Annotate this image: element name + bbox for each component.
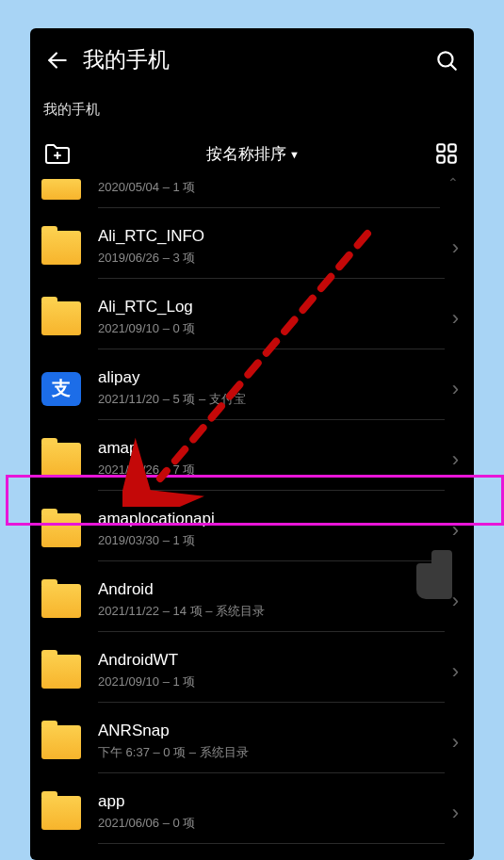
folder-icon bbox=[41, 655, 81, 689]
alipay-icon: 支 bbox=[41, 372, 81, 406]
folder-name: alipay bbox=[98, 368, 445, 387]
phone-screen: 我的手机 我的手机 按名称排序▼ 2020/05/04 – 1 项 ⌃ bbox=[30, 28, 474, 860]
list-item[interactable]: Ali_RTC_INFO 2019/06/26 – 3 项 › bbox=[30, 212, 474, 283]
folder-list: 2020/05/04 – 1 项 ⌃ Ali_RTC_INFO 2019/06/… bbox=[30, 175, 474, 860]
folder-icon bbox=[41, 301, 81, 335]
chevron-right-icon: › bbox=[452, 235, 459, 260]
chevron-right-icon: › bbox=[452, 589, 459, 613]
chevron-right-icon: › bbox=[452, 801, 459, 825]
folder-icon bbox=[41, 443, 81, 477]
list-item[interactable]: app 2021/06/06 – 0 项 › bbox=[30, 777, 474, 848]
folder-meta: 2021/09/10 – 0 项 bbox=[98, 320, 445, 337]
breadcrumb[interactable]: 我的手机 bbox=[30, 84, 474, 132]
app-header: 我的手机 bbox=[30, 28, 474, 84]
list-item[interactable]: Ali_RTC_Log 2021/09/10 – 0 项 › bbox=[30, 283, 474, 353]
folder-icon bbox=[41, 584, 81, 618]
chevron-right-icon: › bbox=[452, 447, 459, 472]
chevron-right-icon: › bbox=[452, 730, 459, 755]
folder-name: amap bbox=[98, 439, 445, 458]
svg-rect-5 bbox=[437, 144, 445, 152]
folder-name: ANRSnap bbox=[98, 722, 445, 740]
scroll-thumb[interactable] bbox=[416, 563, 452, 599]
folder-meta: 2021/09/10 – 1 项 bbox=[98, 673, 445, 690]
list-item[interactable]: ANRSnap 下午 6:37 – 0 项 – 系统目录 › bbox=[30, 706, 474, 777]
folder-meta: 2021/11/20 – 5 项 – 支付宝 bbox=[98, 391, 445, 408]
folder-icon bbox=[41, 179, 81, 200]
list-item[interactable]: amaplocationapi 2019/03/30 – 1 项 › bbox=[30, 495, 474, 565]
folder-meta: 2021/10/26 – 7 项 bbox=[98, 462, 445, 479]
chevron-right-icon: › bbox=[452, 518, 459, 543]
folder-meta: 2021/11/22 – 14 项 – 系统目录 bbox=[98, 603, 445, 620]
folder-meta: 2019/06/26 – 3 项 bbox=[98, 250, 445, 267]
folder-name: AndroidWT bbox=[98, 651, 445, 670]
folder-name: Android bbox=[98, 580, 445, 599]
svg-rect-8 bbox=[448, 155, 456, 163]
list-item[interactable]: 支 alipay 2021/11/20 – 5 项 – 支付宝 › bbox=[30, 353, 474, 424]
folder-meta: 2021/06/06 – 0 项 bbox=[98, 815, 445, 832]
list-item[interactable]: AndroidWT 2021/09/10 – 1 项 › bbox=[30, 636, 474, 706]
folder-name: amaplocationapi bbox=[98, 510, 445, 528]
sort-button[interactable]: 按名称排序▼ bbox=[72, 143, 434, 165]
chevron-right-icon: › bbox=[452, 306, 459, 331]
svg-line-2 bbox=[451, 64, 456, 69]
svg-rect-7 bbox=[437, 155, 445, 163]
list-item-android[interactable]: Android 2021/11/22 – 14 项 – 系统目录 › bbox=[30, 565, 474, 636]
caret-down-icon: ▼ bbox=[289, 149, 300, 160]
list-item[interactable]: AR 2018/10/11 – 0 项 › bbox=[30, 848, 474, 860]
chevron-right-icon: › bbox=[452, 659, 459, 684]
grid-view-icon[interactable] bbox=[434, 141, 459, 166]
folder-name: Ali_RTC_Log bbox=[98, 298, 445, 316]
chevron-right-icon: › bbox=[452, 377, 459, 401]
list-item[interactable]: amap 2021/10/26 – 7 项 › bbox=[30, 424, 474, 495]
page-title: 我的手机 bbox=[83, 45, 421, 74]
folder-meta: 2020/05/04 – 1 项 bbox=[98, 179, 440, 196]
search-icon[interactable] bbox=[434, 48, 459, 73]
chevron-right-icon: ⌃ bbox=[447, 175, 459, 190]
folder-icon bbox=[41, 725, 81, 759]
list-item[interactable]: 2020/05/04 – 1 项 ⌃ bbox=[30, 175, 474, 212]
folder-meta: 下午 6:37 – 0 项 – 系统目录 bbox=[98, 744, 445, 761]
toolbar: 按名称排序▼ bbox=[30, 132, 474, 175]
svg-rect-6 bbox=[448, 144, 456, 152]
folder-icon bbox=[41, 513, 81, 547]
folder-name: Ali_RTC_INFO bbox=[98, 227, 445, 246]
back-icon[interactable] bbox=[45, 48, 70, 73]
sort-label: 按名称排序 bbox=[206, 145, 286, 163]
folder-icon bbox=[41, 231, 81, 265]
folder-name: app bbox=[98, 792, 445, 811]
folder-meta: 2019/03/30 – 1 项 bbox=[98, 532, 445, 549]
add-folder-icon[interactable] bbox=[43, 141, 72, 166]
folder-icon bbox=[41, 796, 81, 830]
